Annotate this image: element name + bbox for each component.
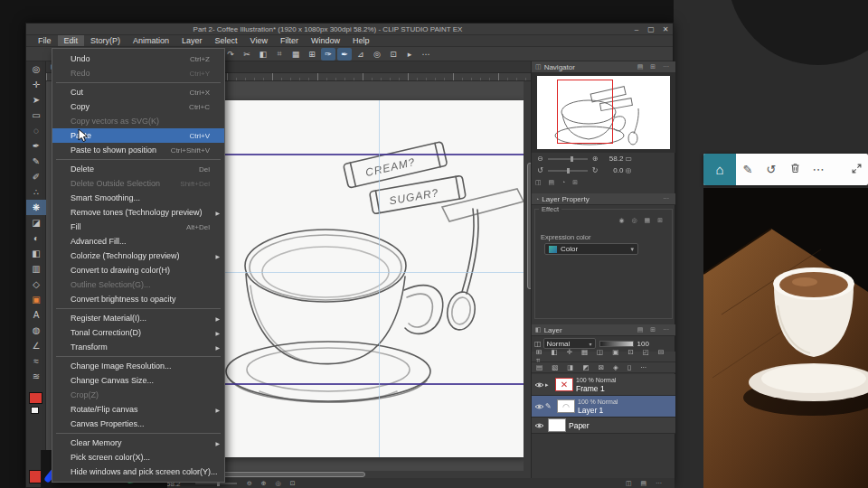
menubar-item[interactable]: Animation [127, 35, 175, 46]
menu-item[interactable]: Tonal Correction(D) ▶ [52, 325, 224, 340]
rotate-button[interactable]: ↺ [760, 154, 783, 185]
menu-item[interactable]: Delete Outside Selection Shift+Del ▶ [52, 176, 224, 191]
canvas-page[interactable]: CREAM? SUGAR? [205, 100, 524, 457]
menu-item[interactable]: Canvas Properties... ▶ [52, 417, 224, 431]
cut-icon[interactable]: ✂ [240, 48, 254, 61]
play-icon[interactable]: ▸ [402, 48, 417, 61]
pen-tool-icon[interactable]: ✒ [26, 138, 46, 154]
airbrush-tool-icon[interactable]: ∴ [26, 184, 46, 200]
visibility-eye-icon[interactable] [533, 422, 545, 429]
menubar-item[interactable]: Select [209, 35, 244, 46]
menubar-item[interactable]: Help [346, 35, 376, 46]
visibility-eye-icon[interactable] [533, 403, 545, 410]
rotate-right-icon[interactable]: ↻ [592, 166, 599, 174]
layer-property-header-icons[interactable]: ⋯ [663, 195, 672, 202]
snap-vector-icon[interactable]: ✒ [337, 48, 352, 61]
navigator-extra-icons[interactable]: ◫ ▤ ◔ ⊞ [535, 179, 580, 186]
eraser-tool-icon[interactable]: ◪ [26, 215, 46, 230]
menu-item[interactable]: Convert to drawing color(H) ▶ [52, 263, 224, 277]
layer-property-panel-header[interactable]: ◔ Layer Property ⋯ [532, 193, 675, 205]
liquify-tool-icon[interactable]: ≋ [26, 369, 46, 384]
brush-tool-icon[interactable]: ✐ [26, 169, 46, 184]
navigator-header-icons[interactable]: ▤ ⊞ ⋯ [637, 63, 672, 70]
edit-button[interactable]: ✎ [736, 154, 760, 185]
layer-thumbnail[interactable] [557, 399, 575, 413]
text-tool-icon[interactable]: A [26, 307, 46, 323]
menu-item[interactable]: Redo Ctrl+Y ▶ [52, 66, 224, 80]
sub-color-swatch[interactable] [31, 407, 39, 414]
snap-pen-icon[interactable]: ✑ [321, 48, 335, 61]
menu-item[interactable]: Remove tones (Technology preview) ▶ [52, 205, 224, 220]
navigator-view-rectangle[interactable] [557, 80, 613, 144]
ruler-tool-icon[interactable]: ∠ [26, 338, 46, 353]
layer-row[interactable]: ▸ ✎ Paper [532, 418, 675, 434]
reset-rotation-icon[interactable]: ◎ [625, 166, 631, 174]
menu-item[interactable]: Transform ▶ [52, 340, 224, 354]
menu-item[interactable]: Change Image Resolution... ▶ [52, 359, 224, 373]
rotate-slider-thumb[interactable] [567, 168, 570, 174]
fit-window-icon[interactable]: ▭ [625, 155, 632, 163]
opacity-slider[interactable] [599, 341, 634, 347]
menu-item[interactable]: Copy vectors as SVG(K) ▶ [52, 114, 224, 128]
menubar-item[interactable]: File [32, 35, 58, 46]
fit-screen-icon[interactable]: ⊡ [386, 48, 401, 61]
correct-line-tool-icon[interactable]: ≈ [26, 353, 46, 369]
layer-command-icons-2[interactable]: ▤ ▧ ◨ ◩ ⊠ ◈ ▯ ⋯ [536, 363, 651, 371]
menu-item[interactable]: Convert brightness to opacity ▶ [52, 292, 224, 306]
blend-tool-icon[interactable]: ◐ [26, 230, 46, 246]
gradient-tool-icon[interactable]: ▥ [26, 261, 46, 277]
rotate-view-icon[interactable]: ◎ [370, 48, 384, 61]
expression-color-dropdown[interactable]: Color ▾ [544, 243, 638, 255]
snap-grid-icon[interactable]: ⊞ [305, 48, 319, 61]
menu-item[interactable]: Register Material(I)... ▶ [52, 311, 224, 325]
fill-tool-icon[interactable]: ◧ [26, 246, 46, 261]
zoom-slider[interactable] [548, 158, 588, 160]
zoom-out-icon[interactable]: ⊖ [537, 155, 543, 163]
menu-item[interactable]: Rotate/Flip canvas ▶ [52, 402, 224, 417]
menubar-item[interactable]: Story(P) [84, 35, 127, 46]
menubar-item[interactable]: View [244, 35, 274, 46]
menu-item[interactable]: Hide windows and pick screen color(Y)...… [52, 465, 224, 479]
menubar-item[interactable]: Edit [58, 35, 85, 46]
layer-panel-header[interactable]: ◧ Layer ▤ ⊞ ⋯ [532, 324, 675, 336]
move-tool-icon[interactable]: ✛ [26, 77, 46, 92]
layer-thumbnail[interactable] [548, 418, 566, 432]
balloon-tool-icon[interactable]: ◍ [26, 323, 46, 338]
decoration-tool-icon[interactable]: ❋ [26, 200, 46, 215]
menu-item[interactable]: Change Canvas Size... ▶ [52, 373, 224, 388]
menu-item[interactable]: Fill Alt+Del ▶ [52, 220, 224, 234]
expand-arrow-icon[interactable]: ▸ [545, 381, 552, 389]
more-icon[interactable]: ⋯ [419, 48, 433, 61]
maximize-button[interactable]: ▢ [644, 25, 658, 33]
menu-item[interactable]: Crop(Z) ▶ [52, 388, 224, 402]
menu-item[interactable]: Pick screen color(X)... ▶ [52, 450, 224, 465]
layer-row[interactable]: ▸ ✎ 100 % Normal Frame 1 [532, 374, 675, 396]
rotate-slider[interactable] [548, 170, 588, 172]
menu-item[interactable]: Advanced Fill... ▶ [52, 234, 224, 249]
selection-tool-icon[interactable]: ▭ [26, 108, 46, 123]
menubar-item[interactable]: Layer [175, 35, 209, 46]
close-button[interactable]: ✕ [658, 25, 673, 33]
redo-icon[interactable]: ↷ [223, 48, 238, 61]
menu-item[interactable]: Colorize (Technology preview) ▶ [52, 249, 224, 263]
trash-button[interactable] [783, 154, 807, 185]
menu-item[interactable]: Clear Memory ▶ [52, 436, 224, 450]
navigator-panel-header[interactable]: ◫ Navigator ▤ ⊞ ⋯ [532, 61, 675, 73]
home-button[interactable]: ⌂ [703, 154, 736, 185]
layer-header-icons[interactable]: ▤ ⊞ ⋯ [637, 326, 672, 333]
visibility-eye-icon[interactable] [533, 381, 545, 389]
zoom-in-icon[interactable]: ⊕ [592, 155, 599, 163]
operation-tool-icon[interactable]: ➤ [26, 92, 46, 108]
expand-button[interactable] [844, 154, 868, 185]
rotate-left-icon[interactable]: ↺ [537, 166, 543, 174]
effect-icons[interactable]: ◉ ◎ ▦ ⊞ [618, 217, 665, 224]
menu-item[interactable]: Outline Selection(G)... ▶ [52, 277, 224, 292]
main-color-swatch[interactable] [29, 392, 42, 404]
status-zoom-slider[interactable] [195, 483, 237, 484]
menu-item[interactable]: Cut Ctrl+X ▶ [52, 85, 224, 99]
layer-row[interactable]: ▸ ✎ 100 % Normal Layer 1 [532, 396, 675, 418]
zoom-slider-thumb[interactable] [571, 156, 573, 162]
status-zoom-icons[interactable]: ⊖ ⊕ ◎ ⊡ [247, 480, 299, 487]
vertical-scrollbar[interactable] [524, 81, 531, 471]
snap-ruler-icon[interactable]: ⊿ [354, 48, 368, 61]
